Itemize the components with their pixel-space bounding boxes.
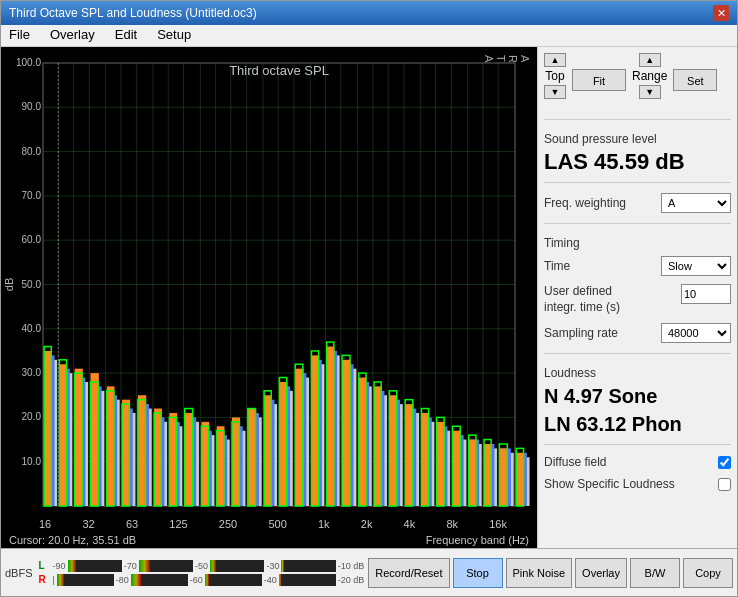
loudness-label: Loudness xyxy=(544,366,731,380)
x-tick-8k: 8k xyxy=(446,518,458,530)
divider-3 xyxy=(544,223,731,224)
time-row: Time Fast Slow Impulse xyxy=(544,256,731,276)
menu-setup[interactable]: Setup xyxy=(153,27,195,44)
dbfs-label: dBFS xyxy=(5,567,33,579)
bottom-bar: dBFS L -90 -70 -50 -30 xyxy=(1,548,737,596)
range-up-button[interactable]: ▲ xyxy=(639,53,661,67)
diffuse-field-label: Diffuse field xyxy=(544,455,606,469)
tick-m50: -50 xyxy=(195,561,208,571)
range-spin-group: ▲ Range ▼ xyxy=(632,53,667,107)
user-time-label: User defined integr. time (s) xyxy=(544,284,644,315)
meter-l-track2 xyxy=(139,560,193,572)
x-tick-250: 250 xyxy=(219,518,237,530)
show-specific-label: Show Specific Loudness xyxy=(544,477,675,491)
top-up-button[interactable]: ▲ xyxy=(544,53,566,67)
tick-m90: -90 xyxy=(53,561,66,571)
diffuse-field-checkbox[interactable] xyxy=(718,456,731,469)
x-tick-500: 500 xyxy=(268,518,286,530)
time-label: Time xyxy=(544,259,570,273)
x-tick-16: 16 xyxy=(39,518,51,530)
level-meters: L -90 -70 -50 -30 xyxy=(39,560,365,586)
menu-file[interactable]: File xyxy=(5,27,34,44)
menu-bar: File Overlay Edit Setup xyxy=(1,25,737,47)
top-down-button[interactable]: ▼ xyxy=(544,85,566,99)
bottom-buttons: Record/Reset Stop Pink Noise Overlay B/W… xyxy=(368,558,733,588)
copy-button[interactable]: Copy xyxy=(683,558,733,588)
divider-2 xyxy=(544,182,731,183)
x-tick-125: 125 xyxy=(169,518,187,530)
record-reset-button[interactable]: Record/Reset xyxy=(368,558,449,588)
tick-m10: -10 dB xyxy=(338,561,365,571)
arta-watermark: ARTA xyxy=(483,55,531,65)
menu-edit[interactable]: Edit xyxy=(111,27,141,44)
sampling-rate-label: Sampling rate xyxy=(544,326,618,340)
sampling-rate-row: Sampling rate 44100 48000 96000 xyxy=(544,323,731,343)
range-down-button[interactable]: ▼ xyxy=(639,85,661,99)
set-group: Set xyxy=(673,53,717,107)
meter-r-track4 xyxy=(279,574,336,586)
chart-area: ARTA 16 32 63 125 250 500 1k 2k 4k 8k 16… xyxy=(1,47,537,548)
tick-r-m60: -80 xyxy=(116,575,129,585)
x-tick-16k: 16k xyxy=(489,518,507,530)
window-title: Third Octave SPL and Loudness (Untitled.… xyxy=(9,6,257,20)
range-label: Range xyxy=(632,69,667,83)
show-specific-checkbox[interactable] xyxy=(718,478,731,491)
close-button[interactable]: ✕ xyxy=(713,5,729,21)
x-tick-2k: 2k xyxy=(361,518,373,530)
spl-section-label: Sound pressure level xyxy=(544,132,731,146)
pink-noise-button[interactable]: Pink Noise xyxy=(506,558,573,588)
menu-overlay[interactable]: Overlay xyxy=(46,27,99,44)
meter-l-channel: L xyxy=(39,560,51,571)
tick-m70: -70 xyxy=(124,561,137,571)
stop-button[interactable]: Stop xyxy=(453,558,503,588)
diffuse-field-row: Diffuse field xyxy=(544,455,731,469)
tick-m30: -30 xyxy=(266,561,279,571)
main-content: ARTA 16 32 63 125 250 500 1k 2k 4k 8k 16… xyxy=(1,47,737,548)
loudness-ln-value: LN 63.12 Phon xyxy=(544,412,731,436)
x-tick-32: 32 xyxy=(82,518,94,530)
x-tick-4k: 4k xyxy=(404,518,416,530)
divider-4 xyxy=(544,353,731,354)
time-select[interactable]: Fast Slow Impulse xyxy=(661,256,731,276)
freq-weighting-row: Freq. weighting A B C Z xyxy=(544,193,731,213)
divider-5 xyxy=(544,444,731,445)
title-bar: Third Octave SPL and Loudness (Untitled.… xyxy=(1,1,737,25)
x-tick-63: 63 xyxy=(126,518,138,530)
spl-value: LAS 45.59 dB xyxy=(544,150,731,174)
fit-group: Fit xyxy=(572,53,626,107)
tick-r-m80: | xyxy=(53,575,55,585)
user-time-input[interactable] xyxy=(681,284,731,304)
fit-button[interactable]: Fit xyxy=(572,69,626,91)
meter-r-fill4 xyxy=(279,574,281,586)
chart-container: ARTA xyxy=(5,51,533,516)
meter-l-fill4 xyxy=(281,560,284,572)
meter-l-track xyxy=(68,560,122,572)
meter-r-fill2 xyxy=(131,574,141,586)
x-axis-label: Frequency band (Hz) xyxy=(426,534,529,546)
freq-weighting-label: Freq. weighting xyxy=(544,196,626,210)
meter-r-track xyxy=(57,574,114,586)
meter-l-track4 xyxy=(281,560,335,572)
meter-row-r: R | -80 -60 -40 xyxy=(39,574,365,586)
x-axis-labels: 16 32 63 125 250 500 1k 2k 4k 8k 16k xyxy=(1,516,537,532)
chart-info-row: Cursor: 20.0 Hz, 35.51 dB Frequency band… xyxy=(1,532,537,548)
meter-r-track2 xyxy=(131,574,188,586)
meter-r-channel: R xyxy=(39,574,51,585)
user-time-row: User defined integr. time (s) xyxy=(544,284,731,315)
tick-r-m20: -40 xyxy=(264,575,277,585)
meter-l-fill3 xyxy=(210,560,215,572)
show-specific-row: Show Specific Loudness xyxy=(544,477,731,491)
meter-row-l: L -90 -70 -50 -30 xyxy=(39,560,365,572)
tick-r-m40: -60 xyxy=(190,575,203,585)
freq-weighting-select[interactable]: A B C Z xyxy=(661,193,731,213)
divider-1 xyxy=(544,119,731,120)
overlay-button[interactable]: Overlay xyxy=(575,558,627,588)
sampling-rate-select[interactable]: 44100 48000 96000 xyxy=(661,323,731,343)
loudness-n-value: N 4.97 Sone xyxy=(544,384,731,408)
set-button[interactable]: Set xyxy=(673,69,717,91)
cursor-info: Cursor: 20.0 Hz, 35.51 dB xyxy=(9,534,136,546)
main-window: Third Octave SPL and Loudness (Untitled.… xyxy=(0,0,738,597)
bw-button[interactable]: B/W xyxy=(630,558,680,588)
right-panel: ▲ Top ▼ Fit ▲ Range ▼ Set xyxy=(537,47,737,548)
meter-l-track3 xyxy=(210,560,264,572)
